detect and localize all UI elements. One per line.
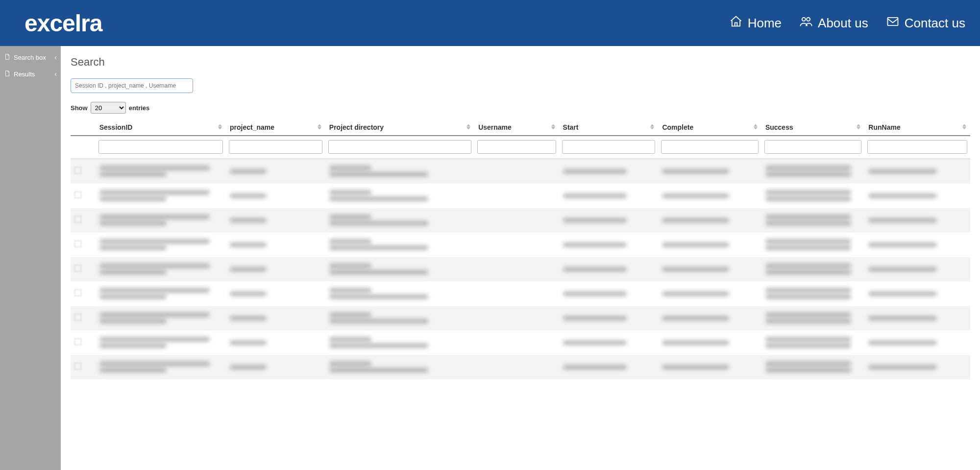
col-project-name[interactable]: project_name	[226, 118, 325, 136]
expand-row-icon[interactable]	[74, 338, 81, 345]
sort-icon	[551, 124, 555, 130]
nav-about[interactable]: About us	[799, 15, 868, 32]
users-icon	[799, 15, 813, 32]
col-label: Username	[478, 123, 512, 131]
sort-icon	[857, 124, 860, 130]
sidebar: Search box ‹ Results ‹	[0, 46, 61, 470]
filter-success[interactable]	[764, 140, 861, 154]
table-row[interactable]	[71, 306, 970, 330]
col-username[interactable]: Username	[474, 118, 559, 136]
filter-username[interactable]	[477, 140, 556, 154]
home-icon	[729, 15, 743, 32]
brand-logo: excelra	[24, 10, 102, 37]
chevron-left-icon: ‹	[54, 53, 57, 61]
col-label: project_name	[230, 123, 274, 131]
col-label: Success	[765, 123, 793, 131]
expand-row-icon[interactable]	[74, 167, 81, 174]
svg-rect-2	[887, 17, 898, 25]
col-label: SessionID	[99, 123, 133, 131]
table-row[interactable]	[71, 330, 970, 355]
col-expand	[71, 118, 96, 136]
mail-icon	[886, 15, 900, 32]
expand-row-icon[interactable]	[74, 240, 81, 247]
sort-icon	[962, 124, 966, 130]
expand-row-icon[interactable]	[74, 363, 81, 370]
col-complete[interactable]: Complete	[658, 118, 761, 136]
table-row[interactable]	[71, 282, 970, 306]
sort-icon	[218, 124, 222, 130]
table-row[interactable]	[71, 208, 970, 233]
results-table: SessionID project_name Project directory	[71, 118, 970, 379]
sidebar-label: Search box	[14, 54, 46, 61]
table-row[interactable]	[71, 355, 970, 379]
expand-row-icon[interactable]	[74, 191, 81, 198]
chevron-left-icon: ‹	[54, 70, 57, 78]
svg-point-1	[807, 17, 810, 21]
col-success[interactable]: Success	[761, 118, 864, 136]
col-project-directory[interactable]: Project directory	[325, 118, 474, 136]
filter-project-name[interactable]	[229, 140, 322, 154]
expand-row-icon[interactable]	[74, 265, 81, 272]
search-input[interactable]	[71, 78, 193, 93]
nav-contact[interactable]: Contact us	[886, 15, 965, 32]
col-label: Start	[563, 123, 579, 131]
filter-runname[interactable]	[867, 140, 967, 154]
table-row[interactable]	[71, 257, 970, 282]
top-nav: Home About us Contact us	[729, 15, 965, 32]
table-filter-row	[71, 136, 970, 159]
col-label: Project directory	[329, 123, 384, 131]
svg-point-0	[802, 17, 806, 21]
entries-control: Show 20 entries	[71, 102, 970, 114]
nav-home[interactable]: Home	[729, 15, 782, 32]
expand-row-icon[interactable]	[74, 289, 81, 296]
sidebar-label: Results	[14, 70, 35, 78]
show-entries-select[interactable]: 20	[91, 102, 126, 114]
table-row[interactable]	[71, 159, 970, 184]
sort-icon	[466, 124, 470, 130]
sidebar-item-results[interactable]: Results ‹	[0, 66, 61, 82]
nav-label: About us	[818, 16, 868, 31]
expand-row-icon[interactable]	[74, 216, 81, 223]
nav-label: Home	[748, 16, 782, 31]
nav-label: Contact us	[905, 16, 965, 31]
sort-icon	[650, 124, 654, 130]
filter-complete[interactable]	[661, 140, 758, 154]
col-label: Complete	[662, 123, 693, 131]
table-row[interactable]	[71, 184, 970, 208]
table-header-row: SessionID project_name Project directory	[71, 118, 970, 136]
document-icon	[4, 53, 11, 62]
sidebar-item-search-box[interactable]: Search box ‹	[0, 49, 61, 66]
main-content: Search Show 20 entries SessionID	[61, 46, 980, 470]
sort-icon	[318, 124, 321, 130]
show-suffix: entries	[129, 104, 150, 112]
page-title: Search	[71, 56, 970, 69]
filter-start[interactable]	[562, 140, 656, 154]
col-start[interactable]: Start	[559, 118, 659, 136]
filter-sessionid[interactable]	[98, 140, 223, 154]
col-runname[interactable]: RunName	[864, 118, 970, 136]
col-label: RunName	[868, 123, 900, 131]
document-icon	[4, 70, 11, 78]
sort-icon	[754, 124, 758, 130]
col-sessionid[interactable]: SessionID	[96, 118, 226, 136]
app-header: excelra Home About us Contact us	[0, 0, 980, 46]
table-row[interactable]	[71, 233, 970, 257]
filter-project-directory[interactable]	[328, 140, 471, 154]
expand-row-icon[interactable]	[74, 314, 81, 321]
show-prefix: Show	[71, 104, 88, 112]
